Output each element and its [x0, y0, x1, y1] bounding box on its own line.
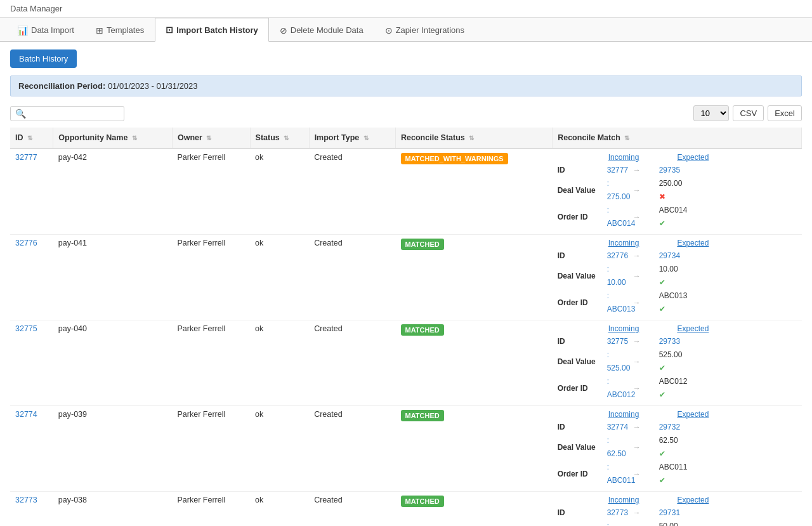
cell-status: ok	[250, 406, 309, 492]
status-check-green-icon: ✔	[659, 476, 665, 485]
reconcile-expected-value[interactable]: 29733	[659, 335, 671, 348]
reconcile-data-row: Deal Value: 525.00→525.00 ✔	[558, 348, 797, 375]
reconcile-expected-value: 62.50 ✔	[659, 434, 671, 461]
status-badge: MATCHED	[401, 410, 444, 421]
cell-owner: Parker Ferrell	[173, 148, 251, 235]
reconcile-data-row: ID32773→29731	[558, 506, 797, 520]
tabs-container: 📊Data Import⊞Templates⊡Import Batch Hist…	[0, 18, 812, 42]
id-link[interactable]: 32777	[15, 153, 37, 162]
reconcile-incoming-value: : 50.00	[607, 520, 615, 526]
reconcile-expected-value[interactable]: 29734	[659, 249, 671, 263]
expected-link[interactable]: Expected	[677, 496, 709, 504]
id-link[interactable]: 32774	[15, 410, 37, 419]
reconcile-field-label: Deal Value	[558, 355, 607, 369]
cell-reconcile-status: MATCHED	[396, 235, 553, 320]
reconcile-arrow-icon: →	[615, 249, 659, 263]
cell-opportunity-name: pay-039	[53, 406, 173, 492]
table-row: 32774pay-039Parker FerrellokCreatedMATCH…	[10, 406, 802, 492]
status-check-green-icon: ✔	[659, 219, 665, 228]
reconcile-incoming-value: : ABC012	[607, 375, 615, 402]
tab-label: Zapier Integrations	[396, 25, 464, 35]
col-header-opportunity_name[interactable]: Opportunity Name ⇅	[53, 128, 173, 148]
reconcile-field-label: ID	[558, 164, 607, 177]
reconcile-expected-value[interactable]: 29732	[659, 421, 671, 434]
id-link[interactable]: 32775	[15, 324, 37, 333]
incoming-link[interactable]: Incoming	[608, 239, 639, 247]
expected-link[interactable]: Expected	[677, 239, 709, 247]
cell-reconcile-match: IncomingExpectedID32777→29735Deal Value:…	[553, 148, 802, 235]
tab-label: Delete Module Data	[291, 25, 363, 35]
reconcile-data-row: Deal Value: 275.00→250.00 ✖	[558, 177, 797, 204]
expected-link[interactable]: Expected	[677, 324, 709, 333]
id-link[interactable]: 32776	[15, 239, 37, 247]
app-header: Data Manager	[0, 0, 812, 18]
expected-id-link[interactable]: 29731	[659, 508, 680, 517]
status-check-green-icon: ✔	[659, 364, 665, 372]
reconcile-expected-value: 50.00 ✔	[659, 520, 671, 526]
expected-link[interactable]: Expected	[677, 410, 709, 419]
reconcile-incoming-value: : ABC011	[607, 461, 615, 487]
reconcile-incoming-value: : ABC013	[607, 289, 615, 316]
incoming-link[interactable]: Incoming	[608, 410, 639, 419]
reconcile-incoming-value: 32774	[607, 421, 615, 434]
expected-id-link[interactable]: 29734	[659, 251, 680, 260]
expected-id-link[interactable]: 29732	[659, 423, 680, 431]
reconcile-field-label: Deal Value	[558, 184, 607, 197]
tab-zapier-integrations[interactable]: ⊙Zapier Integrations	[374, 18, 475, 42]
reconcile-match-header: IncomingExpected	[558, 410, 797, 419]
status-badge: MATCHED	[401, 239, 444, 250]
id-link[interactable]: 32773	[15, 496, 37, 504]
reconcile-expected-value: 525.00 ✔	[659, 348, 671, 375]
search-input[interactable]	[29, 108, 118, 118]
csv-export-button[interactable]: CSV	[733, 105, 764, 121]
reconcile-match-header: IncomingExpected	[558, 496, 797, 504]
status-badge: MATCHED_WITH_WARNINGS	[401, 153, 508, 164]
reconcile-expected-value: ABC011 ✔	[659, 461, 671, 487]
reconcile-arrow-icon: →	[615, 506, 659, 520]
sort-icon-owner: ⇅	[206, 135, 211, 141]
search-box[interactable]: 🔍	[10, 106, 124, 121]
incoming-link[interactable]: Incoming	[608, 496, 639, 504]
tab-import-batch-history[interactable]: ⊡Import Batch History	[155, 18, 269, 42]
reconcile-data-row: ID32774→29732	[558, 421, 797, 434]
reconcile-expected-value[interactable]: 29731	[659, 506, 671, 520]
tab-templates[interactable]: ⊞Templates	[85, 18, 155, 42]
app-title: Data Manager	[10, 4, 62, 13]
reconcile-data-row: Order ID: ABC013→ABC013 ✔	[558, 289, 797, 316]
tab-delete-module-data[interactable]: ⊘Delete Module Data	[269, 18, 374, 42]
cell-import-type: Created	[309, 235, 395, 320]
col-header-status[interactable]: Status ⇅	[250, 128, 309, 148]
per-page-select[interactable]: 102550100	[693, 105, 729, 121]
col-header-owner[interactable]: Owner ⇅	[173, 128, 251, 148]
excel-export-button[interactable]: Excel	[768, 105, 802, 121]
batch-history-button[interactable]: Batch History	[10, 49, 77, 68]
expected-id-link[interactable]: 29733	[659, 337, 680, 346]
expected-link[interactable]: Expected	[677, 153, 709, 162]
reconcile-field-label: ID	[558, 506, 607, 520]
reconcile-incoming-value: : 62.50	[607, 434, 615, 461]
import-batch-history-icon: ⊡	[166, 25, 173, 35]
reconcile-arrow-icon: →	[615, 296, 659, 310]
col-header-reconcile_match[interactable]: Reconcile Match ⇅	[553, 128, 802, 148]
incoming-link[interactable]: Incoming	[608, 153, 639, 162]
expected-id-link[interactable]: 29735	[659, 166, 680, 174]
cell-reconcile-match: IncomingExpectedID32773→29731Deal Value:…	[553, 492, 802, 527]
tab-data-import[interactable]: 📊Data Import	[6, 18, 85, 42]
cell-reconcile-status: MATCHED	[396, 406, 553, 492]
reconcile-arrow-icon: →	[615, 184, 659, 197]
status-check-green-icon: ✔	[659, 305, 665, 313]
col-header-import_type[interactable]: Import Type ⇅	[309, 128, 395, 148]
reconcile-incoming-value: : 10.00	[607, 263, 615, 289]
col-header-reconcile_status[interactable]: Reconcile Status ⇅	[396, 128, 553, 148]
reconcile-data-row: Order ID: ABC012→ABC012 ✔	[558, 375, 797, 402]
cell-owner: Parker Ferrell	[173, 320, 251, 406]
data-table: ID ⇅Opportunity Name ⇅Owner ⇅Status ⇅Imp…	[10, 128, 802, 526]
table-row: 32775pay-040Parker FerrellokCreatedMATCH…	[10, 320, 802, 406]
right-controls: 102550100 CSV Excel	[693, 105, 802, 121]
reconcile-expected-value[interactable]: 29735	[659, 164, 671, 177]
col-header-id[interactable]: ID ⇅	[10, 128, 53, 148]
status-check-red-icon: ✖	[659, 192, 665, 201]
incoming-link[interactable]: Incoming	[608, 324, 639, 333]
reconcile-arrow-icon: →	[615, 468, 659, 481]
reconcile-incoming-value: 32776	[607, 249, 615, 263]
